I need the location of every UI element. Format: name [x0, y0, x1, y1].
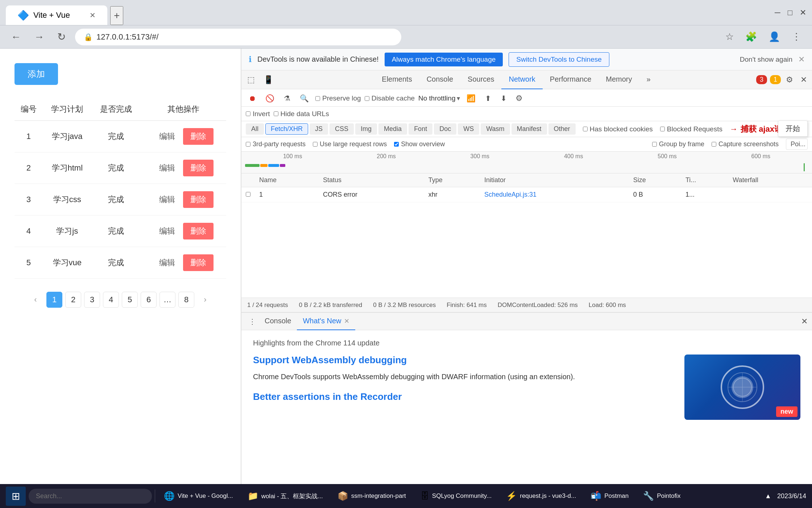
edit-button[interactable]: 编辑 [153, 191, 181, 208]
type-img-button[interactable]: Img [355, 123, 377, 135]
url-input[interactable]: 🔒 127.0.0.1:5173/#/ [75, 29, 401, 45]
type-js-button[interactable]: JS [310, 123, 328, 135]
edit-button[interactable]: 编辑 [153, 254, 181, 271]
taskbar-app-postman[interactable]: 📬 Postman [585, 488, 634, 504]
start-button[interactable]: ⊞ [6, 487, 26, 506]
has-blocked-cookies-checkbox[interactable]: Has blocked cookies [583, 125, 653, 133]
use-large-rows-input[interactable] [313, 142, 318, 147]
taskbar-app-wolai[interactable]: 📁 wolai - 五、框架实战... [242, 488, 329, 504]
next-page-button[interactable]: › [197, 292, 213, 308]
type-other-button[interactable]: Other [548, 123, 576, 135]
type-css-button[interactable]: CSS [330, 123, 354, 135]
page-6-button[interactable]: 6 [141, 292, 157, 308]
reload-button[interactable]: ↻ [54, 29, 69, 45]
dont-show-again-button[interactable]: Don't show again [740, 56, 792, 64]
page-8-button[interactable]: 8 [178, 292, 194, 308]
console-tab[interactable]: Console [259, 313, 297, 330]
tab-elements[interactable]: Elements [374, 70, 419, 89]
edit-button[interactable]: 编辑 [153, 128, 181, 145]
bottom-tab-menu-icon[interactable]: ⋮ [246, 314, 259, 329]
taskbar-app-chrome[interactable]: 🌐 Vite + Vue - Googl... [158, 488, 239, 504]
show-overview-checkbox[interactable]: Show overview [394, 140, 445, 148]
network-settings-icon[interactable]: ⚙ [513, 91, 525, 105]
page-5-button[interactable]: 5 [122, 292, 138, 308]
extensions-icon[interactable]: 🧩 [742, 29, 761, 45]
whats-new-tab[interactable]: What's New ✕ [297, 313, 355, 330]
match-language-button[interactable]: Always match Chrome's language [385, 53, 503, 66]
back-button[interactable]: ← [7, 29, 25, 45]
type-media-button[interactable]: Media [378, 123, 407, 135]
delete-button[interactable]: 删除 [183, 160, 214, 176]
invert-checkbox[interactable]: Invert [246, 110, 270, 118]
bottom-panel-close[interactable]: ✕ [801, 317, 808, 326]
prev-page-button[interactable]: ‹ [28, 292, 44, 308]
filter-button[interactable]: ⚗ [281, 93, 293, 104]
profile-icon[interactable]: 👤 [765, 29, 784, 45]
tab-close-button[interactable]: ✕ [90, 11, 96, 20]
import-icon[interactable]: ⬆ [482, 93, 494, 104]
type-wasm-button[interactable]: Wasm [481, 123, 510, 135]
blocked-requests-checkbox[interactable]: Blocked Requests [660, 125, 722, 133]
page-3-button[interactable]: 3 [84, 292, 100, 308]
initiator-link[interactable]: ScheduleApi.js:31 [484, 191, 536, 198]
hide-data-urls-checkbox[interactable]: Hide data URLs [274, 110, 329, 118]
close-window-icon[interactable]: ✕ [800, 8, 806, 17]
type-fetch-xhr-button[interactable]: Fetch/XHR [265, 123, 308, 135]
notification-close-button[interactable]: ✕ [798, 55, 805, 64]
show-overview-input[interactable] [394, 142, 399, 147]
add-button[interactable]: 添加 [14, 63, 58, 85]
tab-memory[interactable]: Memory [598, 70, 639, 89]
edit-button[interactable]: 编辑 [153, 223, 181, 239]
preserve-log-input[interactable] [315, 96, 320, 101]
whats-new-tab-close[interactable]: ✕ [344, 317, 349, 325]
maximize-icon[interactable]: □ [788, 8, 792, 17]
taskbar-app-sqlyog[interactable]: 🗄 SQLyog Community... [415, 488, 497, 504]
disable-cache-input[interactable] [365, 96, 369, 101]
page-4-button[interactable]: 4 [103, 292, 119, 308]
page-2-button[interactable]: 2 [65, 292, 81, 308]
edit-button[interactable]: 编辑 [153, 160, 181, 176]
record-button[interactable]: ⏺ [246, 93, 259, 104]
forward-button[interactable]: → [30, 29, 48, 45]
tab-network[interactable]: Network [501, 70, 542, 89]
throttling-dropdown-icon[interactable]: ▾ [457, 94, 460, 102]
type-font-button[interactable]: Font [409, 123, 432, 135]
active-tab[interactable]: 🔷 Vite + Vue ✕ [6, 5, 107, 25]
devtools-device-icon[interactable]: 📱 [261, 72, 276, 87]
search-button[interactable]: 🔍 [297, 93, 312, 104]
delete-button[interactable]: 删除 [183, 254, 214, 271]
type-ws-button[interactable]: WS [458, 123, 479, 135]
type-all-button[interactable]: All [246, 123, 264, 135]
new-tab-button[interactable]: + [110, 6, 123, 25]
row-checkbox[interactable] [246, 192, 250, 197]
taskbar-search[interactable] [29, 489, 152, 504]
devtools-inspect-icon[interactable]: ⬚ [244, 72, 258, 87]
page-1-button[interactable]: 1 [46, 292, 62, 308]
taskbar-app-vscode[interactable]: ⚡ request.js - vue3-d... [500, 488, 582, 504]
type-doc-button[interactable]: Doc [434, 123, 456, 135]
invert-input[interactable] [246, 111, 250, 116]
wifi-icon[interactable]: 📶 [464, 93, 478, 104]
delete-button[interactable]: 删除 [183, 191, 214, 208]
minimize-icon[interactable]: ─ [775, 8, 780, 17]
preserve-log-checkbox[interactable]: Preserve log [315, 94, 361, 102]
has-blocked-cookies-input[interactable] [583, 127, 588, 131]
delete-button[interactable]: 删除 [183, 128, 214, 145]
devtools-settings-icon[interactable]: ⚙ [784, 73, 795, 87]
use-large-rows-checkbox[interactable]: Use large request rows [313, 140, 387, 148]
tab-console[interactable]: Console [419, 70, 460, 89]
bookmarks-icon[interactable]: ☆ [722, 29, 737, 45]
blocked-requests-input[interactable] [660, 127, 665, 131]
group-by-frame-input[interactable] [652, 142, 657, 147]
capture-screenshots-checkbox[interactable]: Capture screenshots [712, 140, 779, 148]
type-manifest-button[interactable]: Manifest [511, 123, 547, 135]
disable-cache-checkbox[interactable]: Disable cache [365, 94, 415, 102]
tab-more[interactable]: » [639, 70, 658, 89]
switch-chinese-button[interactable]: Switch DevTools to Chinese [509, 52, 609, 67]
page-ellipsis[interactable]: … [160, 292, 175, 308]
export-icon[interactable]: ⬇ [498, 93, 510, 104]
hide-data-urls-input[interactable] [274, 111, 278, 116]
delete-button[interactable]: 删除 [183, 223, 214, 239]
third-party-checkbox[interactable]: 3rd-party requests [246, 140, 306, 148]
tab-sources[interactable]: Sources [460, 70, 501, 89]
